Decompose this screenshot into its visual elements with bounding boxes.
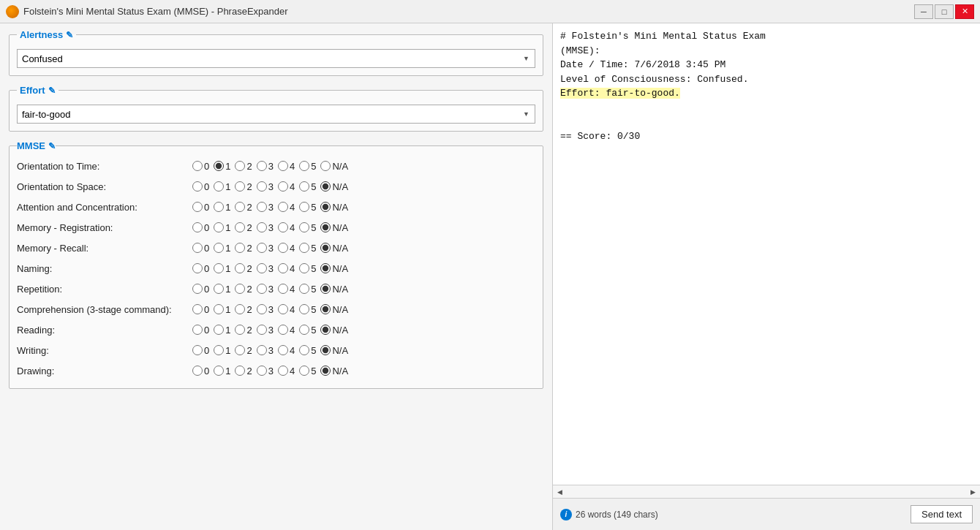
radio-input[interactable] (320, 161, 331, 171)
radio-item[interactable]: 4 (278, 202, 295, 213)
radio-input[interactable] (235, 222, 245, 232)
effort-select[interactable]: fair-to-good good fair poor N/A (17, 105, 535, 124)
radio-input[interactable] (320, 345, 331, 355)
radio-input[interactable] (214, 366, 224, 376)
radio-item[interactable]: 4 (278, 263, 295, 274)
radio-input[interactable] (257, 284, 267, 294)
radio-input[interactable] (299, 366, 309, 376)
radio-input[interactable] (320, 366, 331, 376)
radio-item[interactable]: 1 (214, 345, 230, 356)
alertness-select[interactable]: Confused Alert Drowsy Stuporous Comatose (17, 49, 535, 68)
radio-item[interactable]: 2 (235, 304, 252, 315)
radio-input[interactable] (214, 304, 224, 314)
scroll-right-arrow[interactable]: ▶ (968, 487, 979, 497)
radio-input[interactable] (278, 243, 288, 253)
radio-item[interactable]: 1 (214, 222, 230, 233)
radio-input[interactable] (299, 284, 309, 294)
radio-input[interactable] (257, 304, 267, 314)
radio-item[interactable]: 3 (257, 181, 274, 192)
radio-item[interactable]: 3 (257, 243, 274, 254)
restore-button[interactable]: □ (935, 4, 954, 19)
radio-input[interactable] (299, 222, 309, 232)
radio-input[interactable] (257, 243, 267, 253)
radio-item[interactable]: 4 (278, 304, 295, 315)
horizontal-scrollbar[interactable]: ◀ ▶ (553, 485, 980, 498)
radio-item[interactable]: 3 (257, 161, 274, 172)
radio-item[interactable]: 1 (214, 284, 230, 295)
radio-input[interactable] (235, 202, 245, 212)
radio-item[interactable]: N/A (320, 325, 348, 336)
radio-input[interactable] (299, 345, 309, 355)
radio-input[interactable] (214, 345, 224, 355)
radio-item[interactable]: 4 (278, 325, 295, 336)
radio-item[interactable]: 2 (235, 202, 252, 213)
radio-input[interactable] (257, 181, 267, 192)
radio-item[interactable]: 4 (278, 222, 295, 233)
radio-input[interactable] (278, 161, 288, 171)
radio-item[interactable]: 2 (235, 345, 252, 356)
alertness-edit-icon[interactable]: ✎ (66, 30, 73, 40)
radio-input[interactable] (214, 181, 224, 192)
radio-item[interactable]: 0 (192, 243, 209, 254)
radio-item[interactable]: 1 (214, 243, 230, 254)
radio-item[interactable]: 2 (235, 161, 252, 172)
radio-item[interactable]: 5 (299, 345, 316, 356)
radio-input[interactable] (214, 243, 224, 253)
radio-input[interactable] (235, 325, 245, 335)
radio-input[interactable] (214, 202, 224, 212)
radio-item[interactable]: N/A (320, 243, 348, 254)
radio-input[interactable] (192, 345, 203, 355)
radio-input[interactable] (278, 345, 288, 355)
radio-item[interactable]: 4 (278, 161, 295, 172)
radio-input[interactable] (320, 202, 331, 212)
radio-input[interactable] (192, 284, 203, 294)
close-button[interactable]: ✕ (955, 4, 974, 19)
radio-input[interactable] (235, 284, 245, 294)
radio-input[interactable] (320, 222, 331, 232)
radio-item[interactable]: 4 (278, 181, 295, 192)
radio-item[interactable]: 3 (257, 366, 274, 376)
radio-input[interactable] (257, 202, 267, 212)
radio-item[interactable]: N/A (320, 161, 348, 172)
radio-item[interactable]: 5 (299, 161, 316, 172)
radio-item[interactable]: 4 (278, 284, 295, 295)
radio-item[interactable]: 3 (257, 284, 274, 295)
radio-input[interactable] (299, 325, 309, 335)
radio-item[interactable]: 5 (299, 202, 316, 213)
radio-item[interactable]: N/A (320, 222, 348, 233)
radio-item[interactable]: N/A (320, 263, 348, 274)
radio-item[interactable]: 0 (192, 284, 209, 295)
radio-item[interactable]: 0 (192, 263, 209, 274)
radio-input[interactable] (214, 263, 224, 273)
radio-item[interactable]: 3 (257, 345, 274, 356)
radio-input[interactable] (320, 181, 331, 192)
radio-item[interactable]: N/A (320, 284, 348, 295)
radio-item[interactable]: N/A (320, 304, 348, 315)
radio-input[interactable] (320, 263, 331, 273)
radio-input[interactable] (278, 202, 288, 212)
radio-input[interactable] (278, 366, 288, 376)
radio-item[interactable]: 5 (299, 263, 316, 274)
radio-item[interactable]: 2 (235, 181, 252, 192)
radio-item[interactable]: 5 (299, 304, 316, 315)
radio-item[interactable]: 4 (278, 243, 295, 254)
radio-input[interactable] (299, 161, 309, 171)
radio-item[interactable]: 1 (214, 325, 230, 336)
radio-input[interactable] (278, 284, 288, 294)
radio-input[interactable] (278, 222, 288, 232)
radio-input[interactable] (192, 304, 203, 314)
radio-input[interactable] (299, 181, 309, 192)
radio-input[interactable] (235, 366, 245, 376)
radio-item[interactable]: 3 (257, 304, 274, 315)
radio-input[interactable] (299, 304, 309, 314)
radio-input[interactable] (320, 325, 331, 335)
radio-item[interactable]: 0 (192, 345, 209, 356)
radio-item[interactable]: 2 (235, 366, 252, 376)
radio-input[interactable] (278, 304, 288, 314)
radio-item[interactable]: 2 (235, 243, 252, 254)
radio-input[interactable] (299, 243, 309, 253)
radio-input[interactable] (235, 304, 245, 314)
radio-item[interactable]: 2 (235, 263, 252, 274)
radio-item[interactable]: 4 (278, 366, 295, 376)
radio-input[interactable] (299, 202, 309, 212)
